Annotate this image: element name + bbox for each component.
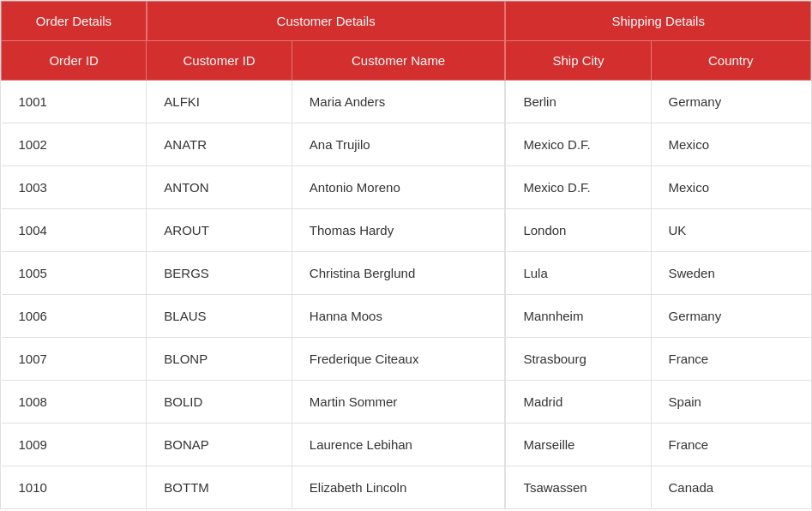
group-header-row: Order Details Customer Details Shipping … <box>2 2 811 41</box>
main-table-container: Order Details Customer Details Shipping … <box>0 0 812 509</box>
cell-customer-id: AROUT <box>147 209 292 252</box>
cell-order-id: 1006 <box>2 295 147 338</box>
cell-country: Germany <box>651 295 810 338</box>
cell-customer-id: ANATR <box>147 123 292 166</box>
cell-country: France <box>651 338 810 381</box>
table-row: 1010BOTTMElizabeth LincolnTsawassenCanad… <box>2 466 811 509</box>
table-row: 1008BOLIDMartin SommerMadridSpain <box>2 381 811 424</box>
cell-ship-city: Strasbourg <box>505 338 651 381</box>
table-row: 1005BERGSChristina BerglundLulaSweden <box>2 252 811 295</box>
table-body: 1001ALFKIMaria AndersBerlinGermany1002AN… <box>2 81 811 509</box>
cell-customer-name: Ana Trujilo <box>292 123 505 166</box>
table-row: 1004AROUTThomas HardyLondonUK <box>2 209 811 252</box>
group-customer-details: Customer Details <box>147 2 506 41</box>
cell-customer-name: Martin Sommer <box>292 381 505 424</box>
cell-ship-city: Mexico D.F. <box>505 123 651 166</box>
cell-customer-name: Antonio Moreno <box>292 166 505 209</box>
cell-country: Germany <box>651 81 810 123</box>
cell-ship-city: Marseille <box>505 424 651 466</box>
cell-customer-name: Maria Anders <box>292 81 505 123</box>
cell-order-id: 1010 <box>2 466 147 509</box>
cell-order-id: 1007 <box>2 338 147 381</box>
group-shipping-details: Shipping Details <box>505 2 810 41</box>
group-order-details: Order Details <box>2 2 147 41</box>
cell-country: UK <box>651 209 810 252</box>
column-header-row: Order ID Customer ID Customer Name Ship … <box>2 41 811 81</box>
cell-ship-city: London <box>505 209 651 252</box>
table-row: 1006BLAUSHanna MoosMannheimGermany <box>2 295 811 338</box>
cell-customer-name: Christina Berglund <box>292 252 505 295</box>
table-row: 1001ALFKIMaria AndersBerlinGermany <box>2 81 811 123</box>
col-header-country: Country <box>651 41 810 81</box>
cell-customer-name: Thomas Hardy <box>292 209 505 252</box>
table-row: 1003ANTONAntonio MorenoMexico D.F.Mexico <box>2 166 811 209</box>
cell-ship-city: Madrid <box>505 381 651 424</box>
cell-country: Canada <box>651 466 810 509</box>
cell-customer-id: BLAUS <box>147 295 292 338</box>
cell-customer-id: ANTON <box>147 166 292 209</box>
table-row: 1009BONAPLaurence LebihanMarseilleFrance <box>2 424 811 466</box>
cell-country: Mexico <box>651 166 810 209</box>
cell-ship-city: Mannheim <box>505 295 651 338</box>
col-header-order-id: Order ID <box>2 41 147 81</box>
cell-customer-name: Elizabeth Lincoln <box>292 466 505 509</box>
cell-order-id: 1003 <box>2 166 147 209</box>
cell-order-id: 1002 <box>2 123 147 166</box>
cell-order-id: 1001 <box>2 81 147 123</box>
cell-country: Mexico <box>651 123 810 166</box>
cell-customer-name: Laurence Lebihan <box>292 424 505 466</box>
cell-customer-id: BLONP <box>147 338 292 381</box>
cell-order-id: 1008 <box>2 381 147 424</box>
cell-order-id: 1004 <box>2 209 147 252</box>
cell-order-id: 1009 <box>2 424 147 466</box>
col-header-customer-id: Customer ID <box>147 41 292 81</box>
cell-customer-name: Frederique Citeaux <box>292 338 505 381</box>
table-row: 1002ANATRAna TrujiloMexico D.F.Mexico <box>2 123 811 166</box>
cell-customer-id: ALFKI <box>147 81 292 123</box>
col-header-customer-name: Customer Name <box>292 41 505 81</box>
table-row: 1007BLONPFrederique CiteauxStrasbourgFra… <box>2 338 811 381</box>
cell-ship-city: Berlin <box>505 81 651 123</box>
col-header-ship-city: Ship City <box>505 41 651 81</box>
cell-country: France <box>651 424 810 466</box>
cell-customer-id: BOTTM <box>147 466 292 509</box>
data-table: Order Details Customer Details Shipping … <box>1 1 811 508</box>
cell-customer-id: BONAP <box>147 424 292 466</box>
cell-ship-city: Lula <box>505 252 651 295</box>
cell-ship-city: Mexico D.F. <box>505 166 651 209</box>
cell-customer-id: BERGS <box>147 252 292 295</box>
cell-customer-name: Hanna Moos <box>292 295 505 338</box>
cell-country: Spain <box>651 381 810 424</box>
cell-country: Sweden <box>651 252 810 295</box>
cell-order-id: 1005 <box>2 252 147 295</box>
cell-customer-id: BOLID <box>147 381 292 424</box>
cell-ship-city: Tsawassen <box>505 466 651 509</box>
